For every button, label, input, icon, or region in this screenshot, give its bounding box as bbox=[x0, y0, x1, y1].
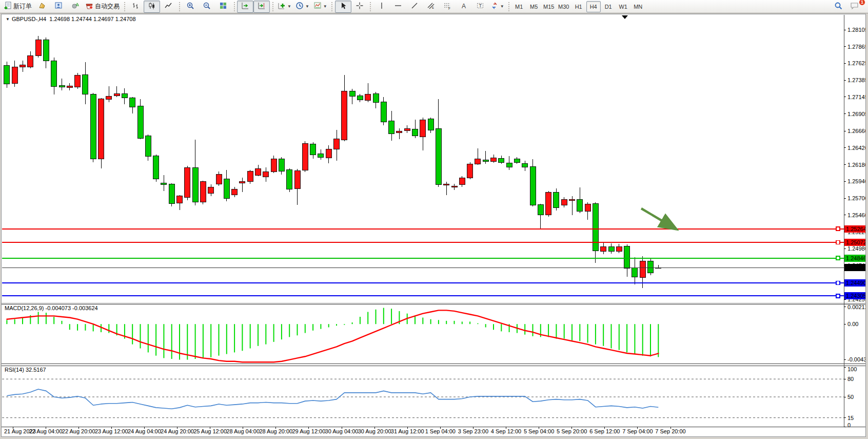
svg-text:1.27625: 1.27625 bbox=[847, 60, 865, 66]
clock-icon bbox=[295, 2, 304, 11]
text-label-tool-button[interactable]: T bbox=[472, 1, 488, 13]
chart-shift-button[interactable] bbox=[253, 1, 270, 13]
vertical-line-icon bbox=[378, 2, 386, 11]
toolbar-separator bbox=[507, 2, 511, 12]
svg-text:1.27385: 1.27385 bbox=[847, 77, 865, 83]
line-chart-type-button[interactable] bbox=[160, 1, 176, 13]
price-line-handle bbox=[836, 281, 840, 285]
trendline-tool-button[interactable] bbox=[406, 1, 423, 13]
svg-text:1.24490: 1.24490 bbox=[846, 280, 865, 286]
svg-text:3 Sep 23:00: 3 Sep 23:00 bbox=[458, 428, 488, 434]
candlestick-chart-type-button[interactable] bbox=[144, 1, 160, 13]
equidistant-channel-tool-button[interactable]: E bbox=[423, 1, 439, 13]
toolbar-separator bbox=[271, 2, 274, 12]
svg-text:5 Sep 04:00: 5 Sep 04:00 bbox=[524, 428, 554, 434]
svg-text:1.25700: 1.25700 bbox=[847, 195, 865, 201]
svg-text:28 Aug 04:00: 28 Aug 04:00 bbox=[226, 428, 260, 434]
svg-text:1.27145: 1.27145 bbox=[847, 94, 865, 100]
candlestick-icon bbox=[148, 2, 156, 11]
auto-trading-icon bbox=[85, 2, 93, 11]
arrows-tool-button[interactable]: ▼ bbox=[488, 1, 506, 13]
timeframe-mn-button[interactable]: MN bbox=[631, 1, 645, 12]
svg-text:F: F bbox=[448, 7, 450, 10]
timeframe-d1-button[interactable]: D1 bbox=[601, 1, 616, 12]
svg-text:1.26180: 1.26180 bbox=[847, 162, 865, 168]
chevron-down-icon: ▼ bbox=[500, 5, 504, 9]
horizontal-line-icon bbox=[394, 2, 402, 11]
svg-text:30 Aug 20:00: 30 Aug 20:00 bbox=[358, 428, 391, 434]
svg-text:80: 80 bbox=[847, 376, 854, 382]
horizontal-line-tool-button[interactable] bbox=[390, 1, 406, 13]
fibonacci-tool-button[interactable]: F bbox=[439, 1, 456, 13]
chart-shift-marker bbox=[622, 15, 628, 19]
search-button[interactable] bbox=[830, 1, 846, 13]
svg-text:1.25264: 1.25264 bbox=[846, 226, 865, 232]
timeframe-h4-button[interactable]: H4 bbox=[586, 1, 601, 12]
svg-text:100: 100 bbox=[847, 366, 857, 372]
auto-scroll-icon bbox=[241, 2, 249, 11]
svg-text:1.24980: 1.24980 bbox=[847, 245, 865, 252]
bar-chart-type-button[interactable] bbox=[127, 1, 144, 13]
price-chart-canvas[interactable]: 1.281051.278651.276251.273851.271451.269… bbox=[2, 14, 865, 436]
svg-text:A: A bbox=[462, 3, 466, 10]
timeframe-w1-button[interactable]: W1 bbox=[616, 1, 630, 12]
zoom-in-button[interactable] bbox=[182, 1, 199, 13]
timeframe-m15-button[interactable]: M15 bbox=[542, 1, 556, 12]
text-label-icon: T bbox=[476, 2, 484, 11]
svg-text:5 Sep 20:00: 5 Sep 20:00 bbox=[557, 428, 587, 434]
trend-arrow-annotation bbox=[641, 208, 675, 228]
chart-shift-icon bbox=[258, 2, 266, 11]
timeframe-m30-button[interactable]: M30 bbox=[557, 1, 571, 12]
periods-button[interactable]: ▼ bbox=[293, 1, 311, 13]
vertical-line-tool-button[interactable] bbox=[373, 1, 390, 13]
cursor-icon bbox=[339, 2, 347, 11]
svg-text:7 Sep 04:00: 7 Sep 04:00 bbox=[622, 428, 653, 434]
arrows-icon bbox=[490, 2, 499, 11]
svg-text:28 Aug 20:00: 28 Aug 20:00 bbox=[259, 428, 292, 434]
news-signal-button[interactable] bbox=[67, 1, 83, 13]
toolbar-separator bbox=[123, 2, 126, 12]
svg-text:1.24305: 1.24305 bbox=[846, 293, 865, 299]
svg-text:22 Aug 20:00: 22 Aug 20:00 bbox=[62, 428, 95, 434]
line-chart-icon bbox=[164, 2, 172, 11]
price-line-handle bbox=[836, 240, 840, 244]
chevron-down-icon: ▼ bbox=[323, 5, 327, 9]
svg-text:0.00: 0.00 bbox=[847, 321, 858, 327]
timeframe-m1-button[interactable]: M1 bbox=[512, 1, 526, 12]
chat-bubble-icon bbox=[850, 2, 859, 11]
notifications-button[interactable]: 1 bbox=[846, 1, 863, 13]
zoom-in-icon bbox=[186, 2, 194, 11]
text-tool-button[interactable]: A bbox=[456, 1, 472, 13]
svg-text:7 Sep 20:00: 7 Sep 20:00 bbox=[655, 428, 685, 434]
timeframe-h1-button[interactable]: H1 bbox=[571, 1, 586, 12]
svg-text:T: T bbox=[479, 3, 482, 8]
tile-windows-icon bbox=[219, 2, 227, 11]
chart-window[interactable]: 1.281051.278651.276251.273851.271451.269… bbox=[1, 14, 866, 437]
zoom-out-button[interactable] bbox=[199, 1, 215, 13]
tile-windows-button[interactable] bbox=[215, 1, 231, 13]
timeframe-group: M1M5M15M30H1H4D1W1MN bbox=[512, 1, 645, 12]
signal-icon bbox=[71, 2, 79, 11]
svg-text:1.28105: 1.28105 bbox=[847, 27, 865, 33]
data-window-button[interactable] bbox=[50, 1, 67, 13]
timeframe-m5-button[interactable]: M5 bbox=[527, 1, 541, 12]
svg-text:1.24846: 1.24846 bbox=[846, 255, 865, 261]
svg-text:4 Sep 12:00: 4 Sep 12:00 bbox=[491, 428, 521, 434]
market-watch-button[interactable] bbox=[34, 1, 50, 13]
crosshair-button[interactable] bbox=[351, 1, 368, 13]
svg-text:25 Aug 12:00: 25 Aug 12:00 bbox=[193, 428, 227, 434]
indicators-button[interactable]: ▼ bbox=[275, 1, 293, 13]
cursor-button[interactable] bbox=[335, 1, 351, 13]
svg-text:24 Aug 20:00: 24 Aug 20:00 bbox=[161, 428, 194, 434]
toolbar-separator bbox=[369, 2, 372, 12]
auto-scroll-button[interactable] bbox=[237, 1, 253, 13]
chevron-down-icon: ▼ bbox=[287, 5, 291, 9]
fibonacci-icon: F bbox=[443, 2, 451, 11]
indicators-icon bbox=[278, 2, 286, 11]
auto-trading-label: 自动交易 bbox=[95, 2, 120, 11]
new-order-icon bbox=[4, 2, 12, 11]
auto-trading-button[interactable]: 自动交易 bbox=[83, 1, 122, 13]
svg-text:1 Sep 04:00: 1 Sep 04:00 bbox=[425, 428, 456, 434]
templates-button[interactable]: ▼ bbox=[311, 1, 329, 13]
new-order-button[interactable]: 新订单 bbox=[2, 1, 34, 13]
